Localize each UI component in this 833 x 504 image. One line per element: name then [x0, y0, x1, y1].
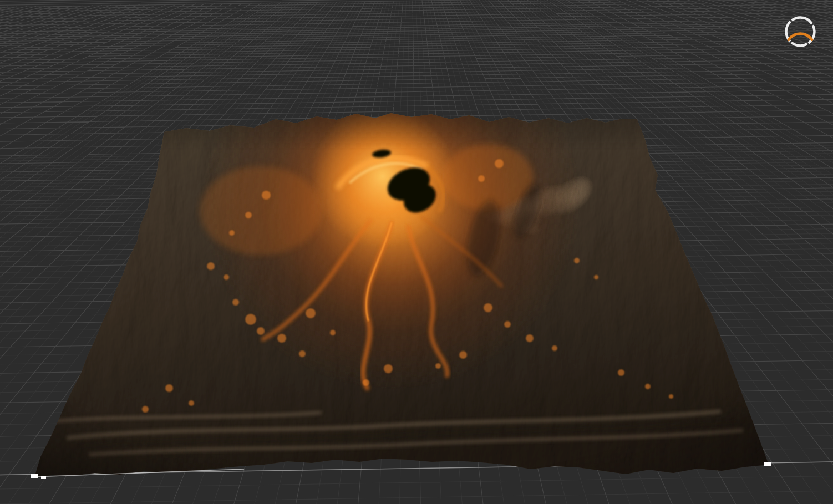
viewport-3d[interactable]: [0, 0, 833, 504]
terrain-corner-handle-right[interactable]: [764, 462, 771, 466]
terrain-corner-handle-left-a[interactable]: [31, 474, 38, 478]
terrain-corner-handle-left-b[interactable]: [41, 476, 46, 479]
scene-svg: [0, 0, 833, 504]
